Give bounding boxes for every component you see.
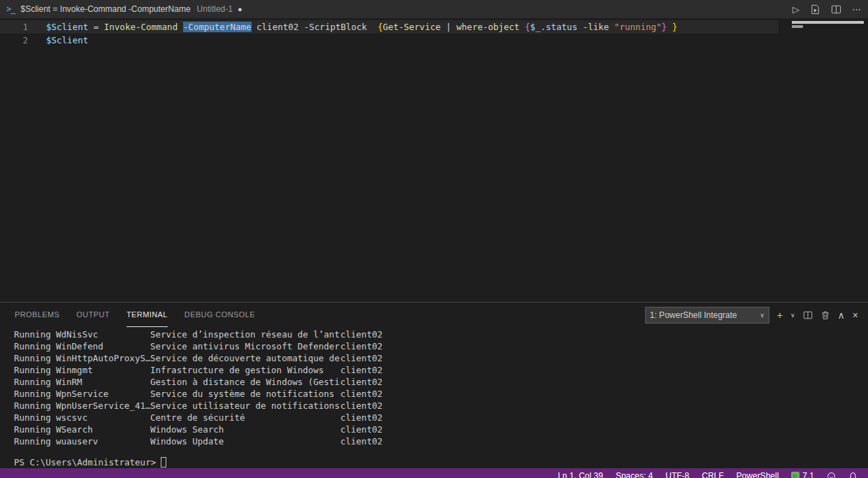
kill-terminal-icon[interactable] — [820, 310, 830, 320]
terminal-row: Running WinDefend Service antivirus Micr… — [14, 340, 868, 352]
code-token: $Sclient — [46, 22, 88, 32]
service-name: wuauserv — [56, 435, 150, 447]
service-displayname: Service d’inspection réseau de l’anti… — [150, 328, 340, 340]
service-status: Running — [14, 388, 56, 400]
minimap[interactable] — [790, 18, 868, 302]
powershell-session-badge[interactable]: ▷ 7.1 — [785, 468, 820, 478]
service-computer: client02 — [340, 328, 868, 340]
code-token: } — [662, 22, 667, 32]
service-displayname: Service du système de notifications P… — [150, 388, 340, 400]
status-item-crlf[interactable]: CRLF — [695, 468, 730, 478]
service-computer: client02 — [340, 423, 868, 435]
split-terminal-icon[interactable] — [803, 310, 813, 320]
code-token: Get-Service — [383, 22, 441, 32]
code-token: -like — [577, 22, 614, 32]
prompt-text: PS C:\Users\Administrateur> — [14, 456, 156, 468]
run-icon[interactable]: ▷ — [793, 4, 800, 15]
code-token: $Sclient — [46, 35, 88, 45]
panel-controls: 1: PowerShell Integrate ∨ + ∨ ∧ × — [645, 307, 858, 324]
service-name: WSearch — [56, 423, 150, 435]
split-editor-icon[interactable] — [831, 4, 841, 15]
service-displayname: Infrastructure de gestion Windows — [150, 364, 340, 376]
line-number: 2 — [0, 34, 28, 47]
bottom-panel: PROBLEMSOUTPUTTERMINALDEBUG CONSOLE 1: P… — [0, 302, 868, 470]
status-item-spaces-4[interactable]: Spaces: 4 — [609, 468, 659, 478]
terminal-row: Running WSearch Windows Search client02 — [14, 423, 868, 435]
code-line: $Sclient = Invoke-Command -ComputerName … — [28, 20, 677, 34]
terminal-output: Running WdNisSvc Service d’inspection ré… — [14, 328, 868, 447]
service-displayname: Windows Search — [150, 423, 340, 435]
tab-problems[interactable]: PROBLEMS — [15, 303, 59, 327]
code-token: -ComputerName — [183, 22, 252, 32]
service-name: WdNisSvc — [56, 328, 150, 340]
close-panel-icon[interactable]: × — [853, 310, 858, 320]
service-status: Running — [14, 376, 56, 388]
line-number: 1 — [0, 20, 28, 34]
service-status: Running — [14, 364, 56, 376]
terminal-row: Running WdNisSvc Service d’inspection ré… — [14, 328, 868, 340]
service-displayname: Service utilisateur de notifications … — [150, 400, 340, 412]
service-status: Running — [14, 435, 56, 447]
vscode-window: >_ $Sclient = Invoke-Command -ComputerNa… — [0, 0, 868, 478]
terminal-dropdown-icon[interactable]: ∨ — [790, 312, 795, 319]
code-token: client02 -ScriptBlock — [252, 22, 378, 32]
tab-output[interactable]: OUTPUT — [76, 303, 110, 327]
window-title-filename: Untitled-1 — [197, 4, 233, 14]
terminal-row: Running WinRM Gestion à distance de Wind… — [14, 376, 868, 388]
terminal-selector[interactable]: 1: PowerShell Integrate ∨ — [645, 307, 769, 324]
code-token: { — [377, 22, 383, 32]
feedback-icon[interactable] — [820, 468, 842, 478]
powershell-version: 7.1 — [802, 471, 814, 478]
editor-line[interactable]: 2 $Sclient — [0, 34, 779, 47]
terminal-cursor — [161, 457, 166, 468]
service-status: Running — [14, 352, 56, 364]
terminal-row: Running wuauserv Windows Update client02 — [14, 435, 868, 447]
tab-debug-console[interactable]: DEBUG CONSOLE — [185, 303, 255, 327]
service-displayname: Gestion à distance de Windows (Gestio… — [150, 376, 340, 388]
service-name: WinHttpAutoProxyS… — [56, 352, 150, 364]
status-item-powershell[interactable]: PowerShell — [730, 468, 786, 478]
code-token: where-object — [456, 22, 519, 32]
code-token — [519, 22, 525, 32]
service-name: Winmgmt — [56, 364, 150, 376]
service-computer: client02 — [340, 364, 868, 376]
service-name: WpnUserService_41… — [56, 400, 150, 412]
code-token — [178, 22, 183, 32]
service-status: Running — [14, 328, 56, 340]
unsaved-dot-indicator: ● — [238, 5, 243, 13]
terminal-selector-value: 1: PowerShell Integrate — [650, 310, 737, 320]
code-token: $_.status — [530, 22, 577, 32]
status-item-utf-8[interactable]: UTF-8 — [659, 468, 695, 478]
terminal-prompt[interactable]: PS C:\Users\Administrateur> — [14, 456, 868, 468]
code-token: = — [88, 22, 104, 32]
terminal[interactable]: Running WdNisSvc Service d’inspection ré… — [14, 328, 868, 470]
chevron-down-icon: ∨ — [760, 312, 765, 319]
service-displayname: Windows Update — [150, 435, 340, 447]
status-item-ln-1-col-39[interactable]: Ln 1, Col 39 — [551, 468, 609, 478]
bell-icon[interactable] — [842, 468, 864, 478]
panel-header: PROBLEMSOUTPUTTERMINALDEBUG CONSOLE 1: P… — [0, 303, 868, 327]
code-token: Invoke-Command — [104, 22, 178, 32]
service-status: Running — [14, 400, 56, 412]
new-terminal-icon[interactable]: + — [777, 310, 783, 320]
tab-terminal[interactable]: TERMINAL — [126, 303, 168, 327]
status-bar-right: Ln 1, Col 39Spaces: 4UTF-8CRLFPowerShell… — [551, 468, 864, 478]
service-status: Running — [14, 423, 56, 435]
service-computer: client02 — [340, 388, 868, 400]
code-line: $Sclient — [28, 34, 88, 47]
minimap-line-2 — [792, 25, 803, 28]
code-token: | — [440, 22, 456, 32]
service-computer: client02 — [340, 376, 868, 388]
editor-lines[interactable]: 1 $Sclient = Invoke-Command -ComputerNam… — [0, 18, 779, 47]
editor-line[interactable]: 1 $Sclient = Invoke-Command -ComputerNam… — [0, 20, 779, 34]
title-bar: >_ $Sclient = Invoke-Command -ComputerNa… — [0, 0, 868, 18]
maximize-panel-icon[interactable]: ∧ — [838, 310, 845, 320]
terminal-row: Running wscsvc Centre de sécurité client… — [14, 412, 868, 423]
powershell-session-icon: ▷ — [791, 472, 800, 478]
service-name: wscsvc — [56, 412, 150, 423]
service-computer: client02 — [340, 435, 868, 447]
service-computer: client02 — [340, 340, 868, 352]
more-actions-icon[interactable]: ⋯ — [852, 4, 861, 15]
terminal-row: Running Winmgmt Infrastructure de gestio… — [14, 364, 868, 376]
run-file-icon[interactable] — [810, 4, 820, 15]
